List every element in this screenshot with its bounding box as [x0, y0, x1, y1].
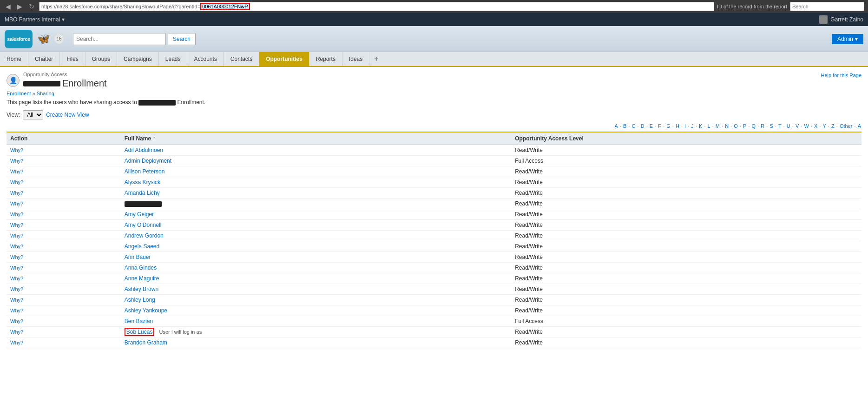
user-name-link[interactable]: Andrew Gordon: [125, 232, 164, 239]
alpha-w[interactable]: W: [804, 123, 809, 129]
admin-button[interactable]: Admin ▾: [832, 34, 863, 44]
col-fullname: Full Name ↑: [121, 132, 511, 145]
alpha-j[interactable]: J: [691, 123, 694, 129]
alpha-i[interactable]: I: [684, 123, 686, 129]
browser-search-input[interactable]: [790, 2, 864, 11]
notification-badge[interactable]: 16: [54, 34, 64, 44]
cell-name: Allison Peterson: [121, 166, 511, 177]
why-link[interactable]: Why?: [10, 212, 23, 217]
alpha-s[interactable]: S: [769, 123, 773, 129]
breadcrumb-enrollment[interactable]: Enrollment: [7, 91, 31, 96]
alpha-h[interactable]: H: [676, 123, 679, 129]
user-name-link[interactable]: Bob Lucas: [125, 328, 155, 336]
view-controls: View: All Create New View: [7, 110, 861, 119]
nav-home[interactable]: Home: [0, 52, 28, 66]
description-prefix: This page lists the users who have shari…: [7, 99, 137, 106]
alpha-v[interactable]: V: [796, 123, 799, 129]
why-link[interactable]: Why?: [10, 158, 23, 164]
user-name-link[interactable]: Adil Abdulmoen: [125, 147, 163, 153]
alpha-k[interactable]: K: [699, 123, 702, 129]
back-button[interactable]: ◀: [4, 2, 13, 11]
cell-action: Why?: [7, 241, 121, 252]
nav-contacts[interactable]: Contacts: [224, 52, 259, 66]
why-link[interactable]: Why?: [10, 233, 23, 238]
alpha-l[interactable]: L: [708, 123, 710, 129]
why-link[interactable]: Why?: [10, 340, 23, 345]
user-name-link[interactable]: Amanda Lichy: [125, 190, 160, 196]
nav-files[interactable]: Files: [60, 52, 85, 66]
alpha-a[interactable]: A: [615, 123, 618, 129]
url-bar[interactable]: https://na28.salesforce.com/p/share/Shar…: [39, 2, 714, 11]
breadcrumb-sharing[interactable]: Sharing: [37, 91, 54, 96]
nav-groups[interactable]: Groups: [85, 52, 117, 66]
alpha-q[interactable]: Q: [752, 123, 756, 129]
why-link[interactable]: Why?: [10, 318, 23, 324]
create-new-view-link[interactable]: Create New View: [46, 112, 89, 118]
sharing-table: Action Full Name ↑ Opportunity Access Le…: [7, 132, 861, 348]
user-name-link[interactable]: Ashley Long: [125, 297, 155, 303]
nav-opportunities[interactable]: Opportunities: [259, 52, 309, 66]
alpha-other[interactable]: Other: [840, 123, 853, 129]
nav-ideas[interactable]: Ideas: [342, 52, 369, 66]
alpha-m[interactable]: M: [716, 123, 720, 129]
nav-reports[interactable]: Reports: [309, 52, 342, 66]
alpha-c[interactable]: C: [632, 123, 636, 129]
user-name-link[interactable]: Anna Gindes: [125, 265, 157, 271]
why-link[interactable]: Why?: [10, 286, 23, 292]
alpha-o[interactable]: O: [734, 123, 738, 129]
nav-campaigns[interactable]: Campaigns: [117, 52, 159, 66]
user-name-link[interactable]: Ben Bazian: [125, 318, 153, 324]
nav-accounts[interactable]: Accounts: [187, 52, 224, 66]
user-name-link[interactable]: Amy Geiger: [125, 211, 154, 218]
alpha-d[interactable]: D: [641, 123, 644, 129]
why-link[interactable]: Why?: [10, 201, 23, 206]
user-name-link[interactable]: Alyssa Krysick: [125, 179, 160, 185]
alpha-e[interactable]: E: [650, 123, 653, 129]
why-link[interactable]: Why?: [10, 329, 23, 335]
why-link[interactable]: Why?: [10, 147, 23, 153]
why-link[interactable]: Why?: [10, 276, 23, 281]
why-link[interactable]: Why?: [10, 222, 23, 228]
why-link[interactable]: Why?: [10, 190, 23, 196]
alpha-z[interactable]: Z: [831, 123, 835, 129]
why-link[interactable]: Why?: [10, 169, 23, 174]
user-name-link[interactable]: Brandon Graham: [125, 339, 167, 346]
alpha-p[interactable]: P: [743, 123, 746, 129]
alpha-r[interactable]: R: [761, 123, 764, 129]
alpha-x[interactable]: X: [814, 123, 817, 129]
nav-add-icon[interactable]: +: [369, 52, 383, 66]
alpha-n[interactable]: N: [725, 123, 729, 129]
user-name-link[interactable]: Angela Saeed: [125, 243, 159, 250]
why-link[interactable]: Why?: [10, 244, 23, 249]
why-link[interactable]: Why?: [10, 254, 23, 260]
user-name-link[interactable]: Admin Deployment: [125, 158, 171, 164]
forward-button[interactable]: ▶: [15, 2, 24, 11]
why-link[interactable]: Why?: [10, 297, 23, 303]
user-name-link[interactable]: Allison Peterson: [125, 168, 165, 175]
view-select[interactable]: All: [23, 110, 43, 119]
nav-chatter[interactable]: Chatter: [28, 52, 60, 66]
alpha-u[interactable]: U: [787, 123, 790, 129]
why-link[interactable]: Why?: [10, 179, 23, 185]
user-name-link[interactable]: Ann Bauer: [125, 254, 151, 260]
alpha-b[interactable]: B: [623, 123, 626, 129]
org-dropdown-icon[interactable]: ▾: [62, 16, 65, 23]
alpha-g[interactable]: G: [666, 123, 671, 129]
reload-button[interactable]: ↻: [27, 2, 36, 11]
cell-access: Read/Write: [511, 305, 861, 316]
search-input[interactable]: [73, 33, 166, 45]
alpha-a2[interactable]: A: [858, 123, 861, 129]
search-button[interactable]: Search: [168, 33, 196, 45]
user-name-link[interactable]: Anne Maguire: [125, 275, 159, 282]
user-name-link[interactable]: Ashley Brown: [125, 286, 158, 292]
why-link[interactable]: Why?: [10, 265, 23, 271]
alpha-f[interactable]: F: [658, 123, 661, 129]
alpha-t[interactable]: T: [778, 123, 782, 129]
nav-leads[interactable]: Leads: [159, 52, 188, 66]
user-name-link[interactable]: Ashley Yankoupe: [125, 307, 167, 314]
user-name-link[interactable]: Amy O'Donnell: [125, 222, 162, 228]
help-link[interactable]: Help for this Page: [821, 72, 861, 78]
alpha-y[interactable]: Y: [823, 123, 826, 129]
salesforce-logo[interactable]: salesforce: [5, 30, 33, 48]
why-link[interactable]: Why?: [10, 308, 23, 313]
